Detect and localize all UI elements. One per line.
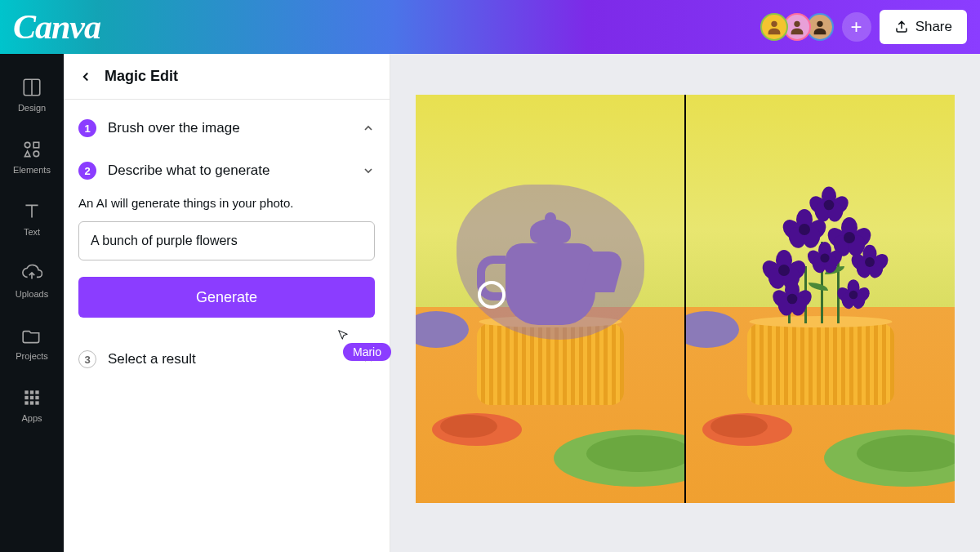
svg-point-1 bbox=[794, 21, 800, 27]
elements-icon bbox=[21, 139, 42, 160]
step-3-title: Select a result bbox=[108, 351, 196, 367]
svg-point-7 bbox=[33, 151, 38, 157]
panel-header: Magic Edit bbox=[64, 54, 390, 100]
canva-logo: Canva bbox=[13, 7, 100, 47]
prompt-input[interactable] bbox=[78, 221, 375, 260]
rail-text[interactable]: Text bbox=[0, 189, 64, 248]
step-2-desc: An AI will generate things in your photo… bbox=[78, 196, 375, 210]
rail-elements[interactable]: Elements bbox=[0, 127, 64, 186]
svg-rect-6 bbox=[33, 142, 38, 148]
svg-point-0 bbox=[771, 21, 777, 27]
rail-design[interactable]: Design bbox=[0, 65, 64, 124]
app-header: Canva + Share bbox=[0, 0, 980, 54]
chevron-up-icon bbox=[362, 122, 375, 135]
rail-label: Elements bbox=[13, 165, 51, 175]
step-3: 3 Select a result bbox=[78, 350, 375, 368]
step-3-number: 3 bbox=[78, 350, 96, 368]
rail-label: Projects bbox=[16, 351, 48, 361]
svg-point-2 bbox=[817, 21, 822, 27]
svg-point-5 bbox=[24, 142, 29, 148]
rail-label: Text bbox=[24, 227, 40, 237]
image-before bbox=[416, 95, 686, 503]
step-1-number: 1 bbox=[78, 119, 96, 137]
collaborator-cursor: Mario bbox=[336, 328, 391, 361]
apps-icon bbox=[21, 387, 42, 408]
panel-title: Magic Edit bbox=[105, 68, 178, 85]
rail-uploads[interactable]: Uploads bbox=[0, 252, 64, 310]
back-button[interactable] bbox=[78, 69, 93, 84]
share-label: Share bbox=[915, 19, 952, 35]
add-collaborator-button[interactable]: + bbox=[842, 12, 871, 42]
svg-rect-8 bbox=[24, 390, 28, 394]
rail-label: Uploads bbox=[16, 289, 48, 299]
uploads-icon bbox=[21, 263, 42, 284]
collaborator-avatars bbox=[765, 13, 834, 41]
svg-rect-16 bbox=[35, 401, 38, 404]
image-after bbox=[686, 95, 955, 503]
chevron-down-icon bbox=[362, 164, 375, 177]
svg-rect-15 bbox=[30, 401, 33, 404]
projects-icon bbox=[21, 325, 42, 346]
step-1: 1 Brush over the image bbox=[78, 119, 375, 137]
step-3-header[interactable]: 3 Select a result bbox=[78, 350, 375, 368]
canvas-area[interactable] bbox=[390, 54, 980, 552]
svg-rect-11 bbox=[24, 396, 28, 399]
svg-rect-12 bbox=[30, 396, 33, 399]
rail-label: Design bbox=[18, 103, 46, 113]
svg-rect-14 bbox=[24, 401, 28, 404]
svg-rect-10 bbox=[35, 390, 38, 394]
rail-apps[interactable]: Apps bbox=[0, 376, 64, 434]
share-button[interactable]: Share bbox=[880, 10, 967, 44]
share-icon bbox=[894, 20, 909, 34]
brush-cursor-icon bbox=[478, 281, 506, 309]
svg-rect-9 bbox=[30, 390, 33, 394]
step-1-title: Brush over the image bbox=[108, 120, 240, 136]
step-2-title: Describe what to generate bbox=[108, 162, 270, 179]
header-right: + Share bbox=[765, 10, 967, 44]
step-2-number: 2 bbox=[78, 162, 96, 180]
svg-rect-13 bbox=[35, 396, 38, 399]
canvas-image[interactable] bbox=[416, 95, 955, 503]
step-2: 2 Describe what to generate An AI will g… bbox=[78, 162, 375, 318]
left-rail: Design Elements Text Uploads Projects Ap… bbox=[0, 54, 64, 552]
generate-button[interactable]: Generate bbox=[78, 277, 375, 318]
step-1-header[interactable]: 1 Brush over the image bbox=[78, 119, 375, 137]
cursor-user-label: Mario bbox=[343, 343, 391, 361]
side-panel: Magic Edit 1 Brush over the image 2 Desc… bbox=[64, 54, 390, 552]
cursor-icon bbox=[336, 328, 350, 341]
rail-projects[interactable]: Projects bbox=[0, 314, 64, 372]
teapot-object bbox=[489, 219, 612, 325]
text-icon bbox=[21, 201, 42, 222]
step-2-header[interactable]: 2 Describe what to generate bbox=[78, 162, 375, 180]
design-icon bbox=[21, 77, 42, 98]
rail-label: Apps bbox=[21, 413, 42, 423]
avatar[interactable] bbox=[760, 13, 788, 41]
